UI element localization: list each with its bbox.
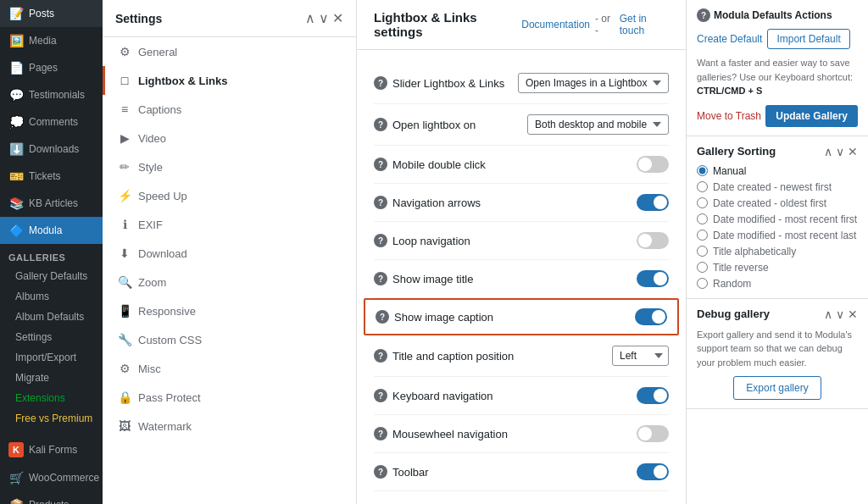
debug-gallery-close[interactable]: ✕ — [848, 307, 858, 321]
create-default-button[interactable]: Create Default — [697, 29, 762, 49]
keyboard-navigation-toggle[interactable] — [637, 387, 669, 404]
captions-icon: ≡ — [118, 102, 131, 116]
sidebar-item-testimonials[interactable]: 💬 Testimonials — [0, 81, 103, 108]
mousewheel-navigation-toggle[interactable] — [637, 425, 669, 442]
settings-panel-close[interactable]: ✕ — [332, 10, 343, 26]
toolbar-toggle[interactable] — [637, 463, 669, 480]
help-icon[interactable]: ? — [374, 389, 387, 402]
settings-nav-captions[interactable]: ≡ Captions — [103, 95, 356, 124]
settings-nav-responsive[interactable]: 📱 Responsive — [103, 296, 356, 325]
settings-nav-pass-protect[interactable]: 🔒 Pass Protect — [103, 383, 356, 412]
help-icon[interactable]: ? — [374, 427, 387, 440]
settings-panel-down[interactable]: ∨ — [319, 10, 329, 26]
move-to-trash-button[interactable]: Move to Trash — [697, 110, 761, 122]
content-header-title: Lightbox & Links settings — [374, 10, 521, 39]
settings-nav-watermark[interactable]: 🖼 Watermark — [103, 412, 356, 440]
export-gallery-button[interactable]: Export gallery — [733, 376, 821, 400]
sort-option-title-alpha[interactable]: Title alphabetically — [697, 246, 858, 258]
contact-link[interactable]: Get in touch — [620, 13, 669, 36]
setting-row-navigation-arrows: ? Navigation arrows — [374, 184, 669, 222]
lightbox-icon: □ — [118, 74, 131, 87]
open-lightbox-on-select[interactable]: Both desktop and mobile Desktop only Mob… — [527, 114, 669, 135]
settings-nav-video[interactable]: ▶ Video — [103, 124, 356, 152]
import-default-button[interactable]: Import Default — [767, 29, 849, 49]
sidebar-item-tickets[interactable]: 🎫 Tickets — [0, 163, 103, 190]
sort-option-date-oldest[interactable]: Date created - oldest first — [697, 197, 858, 209]
sort-option-modified-last[interactable]: Date modified - most recent last — [697, 230, 858, 241]
gallery-sorting-down[interactable]: ∨ — [836, 145, 844, 158]
sidebar-item-free-vs-premium[interactable]: Free vs Premium — [0, 408, 103, 429]
extensions-label: Extensions — [15, 392, 65, 404]
gallery-sorting-up[interactable]: ∧ — [824, 145, 832, 158]
debug-gallery-down[interactable]: ∨ — [836, 307, 844, 321]
sidebar-item-downloads[interactable]: ⬇️ Downloads — [0, 136, 103, 163]
debug-gallery-actions: ∧ ∨ ✕ — [824, 307, 858, 321]
show-image-title-toggle[interactable] — [637, 270, 669, 287]
loop-navigation-toggle[interactable] — [637, 232, 669, 249]
setting-row-slider-lightbox-links: ? Slider Lightbox & Links Open Images in… — [374, 63, 669, 104]
navigation-arrows-toggle[interactable] — [637, 194, 669, 211]
settings-nav-zoom[interactable]: 🔍 Zoom — [103, 268, 356, 296]
sidebar-item-woocommerce[interactable]: 🛒 WooCommerce — [0, 464, 103, 491]
watermark-icon: 🖼 — [118, 419, 131, 433]
sidebar-item-products[interactable]: 📦 Products — [0, 491, 103, 504]
settings-nav-exif[interactable]: ℹ EXIF — [103, 210, 356, 239]
settings-nav-speed-up[interactable]: ⚡ Speed Up — [103, 181, 356, 210]
gallery-sorting-close[interactable]: ✕ — [848, 145, 858, 158]
sidebar-item-comments[interactable]: 💭 Comments — [0, 108, 103, 136]
help-icon[interactable]: ? — [374, 76, 387, 90]
sidebar-item-albums[interactable]: Albums — [0, 286, 103, 307]
settings-nav-style[interactable]: ✏ Style — [103, 152, 356, 181]
settings-nav-lightbox-links[interactable]: □ Lightbox & Links — [103, 66, 356, 95]
sidebar-item-kb-articles[interactable]: 📚 KB Articles — [0, 190, 103, 217]
settings-nav-label: Pass Protect — [138, 391, 201, 404]
sidebar-item-pages[interactable]: 📄 Pages — [0, 54, 103, 81]
settings-nav-custom-css[interactable]: 🔧 Custom CSS — [103, 325, 356, 354]
settings-panel-up[interactable]: ∧ — [305, 10, 315, 26]
sidebar-item-migrate[interactable]: Migrate — [0, 368, 103, 388]
sort-option-title-reverse[interactable]: Title reverse — [697, 262, 858, 274]
mobile-double-click-toggle[interactable] — [637, 156, 669, 173]
help-icon[interactable]: ? — [374, 158, 387, 171]
documentation-link[interactable]: Documentation — [521, 19, 590, 30]
sidebar-item-posts[interactable]: 📝 Posts — [0, 0, 103, 27]
import-export-label: Import/Export — [15, 352, 76, 363]
settings-nav-misc[interactable]: ⚙ Misc — [103, 354, 356, 383]
help-icon[interactable]: ? — [374, 234, 387, 247]
help-icon[interactable]: ? — [374, 465, 387, 479]
update-gallery-button[interactable]: Update Gallery — [765, 105, 858, 127]
modula-icon: 🔷 — [8, 224, 24, 237]
migrate-label: Migrate — [15, 372, 49, 384]
sort-option-manual[interactable]: Manual — [697, 165, 858, 177]
posts-icon: 📝 — [8, 7, 24, 20]
show-image-caption-toggle[interactable] — [635, 308, 667, 325]
settings-nav-download[interactable]: ⬇ Download — [103, 239, 356, 268]
help-icon[interactable]: ? — [376, 310, 389, 324]
sidebar-item-label: Kali Forms — [29, 444, 77, 456]
settings-nav-general[interactable]: ⚙ General — [103, 37, 356, 66]
setting-label-text: Keyboard navigation — [392, 390, 493, 402]
sidebar-item-label: Pages — [29, 62, 58, 74]
sidebar-item-modula[interactable]: 🔷 Modula — [0, 217, 103, 244]
sidebar-item-label: Media — [29, 35, 57, 47]
defaults-help-icon[interactable]: ? — [697, 8, 710, 22]
sidebar-item-extensions[interactable]: Extensions — [0, 388, 103, 408]
help-icon[interactable]: ? — [374, 349, 387, 363]
settings-nav-label: Zoom — [138, 276, 166, 289]
sidebar-item-import-export[interactable]: Import/Export — [0, 347, 103, 368]
sidebar-item-gallery-defaults[interactable]: Gallery Defaults — [0, 266, 103, 286]
sidebar-item-album-defaults[interactable]: Album Defaults — [0, 307, 103, 327]
sidebar-item-media[interactable]: 🖼️ Media — [0, 27, 103, 54]
help-icon[interactable]: ? — [374, 272, 387, 285]
sidebar-item-kali-forms[interactable]: K Kali Forms — [0, 435, 103, 464]
sidebar-item-settings[interactable]: Settings — [0, 327, 103, 347]
slider-lightbox-links-select[interactable]: Open Images in a Lightbox Open in new ta… — [518, 73, 669, 93]
sort-option-random[interactable]: Random — [697, 278, 858, 290]
sort-option-modified-recent[interactable]: Date modified - most recent first — [697, 213, 858, 225]
debug-gallery-up[interactable]: ∧ — [824, 307, 832, 321]
help-icon[interactable]: ? — [374, 196, 387, 209]
title-caption-position-select[interactable]: Left Center Right — [612, 346, 669, 366]
sort-option-date-newest[interactable]: Date created - newest first — [697, 181, 858, 193]
help-icon[interactable]: ? — [374, 118, 387, 131]
defaults-btn-row: Create Default Import Default — [697, 29, 858, 49]
